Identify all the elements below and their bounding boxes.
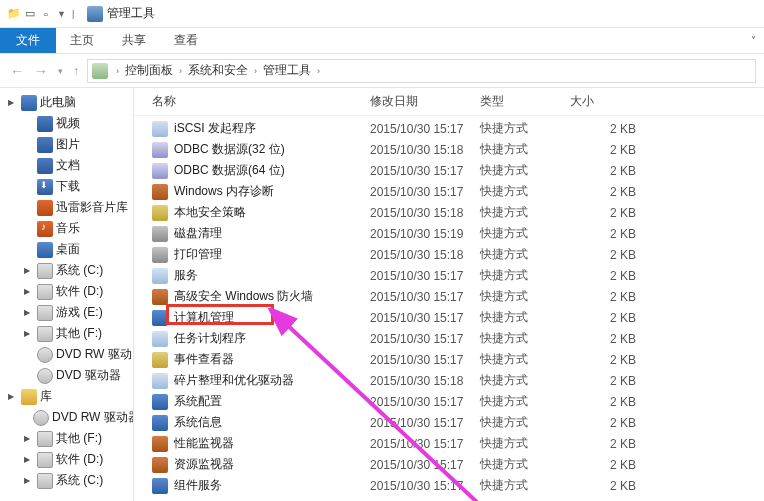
- new-folder-icon[interactable]: ▫: [38, 6, 54, 22]
- file-name: 系统配置: [174, 393, 222, 410]
- file-date: 2015/10/30 15:17: [370, 353, 480, 367]
- nav-item[interactable]: ▶其他 (F:): [0, 428, 133, 449]
- file-row[interactable]: 磁盘清理2015/10/30 15:19快捷方式2 KB: [134, 223, 764, 244]
- file-type: 快捷方式: [480, 351, 570, 368]
- file-row[interactable]: ODBC 数据源(64 位)2015/10/30 15:17快捷方式2 KB: [134, 160, 764, 181]
- column-size[interactable]: 大小: [570, 93, 650, 110]
- ribbon-tab[interactable]: 主页: [56, 28, 108, 53]
- nav-item[interactable]: ▶图片: [0, 134, 133, 155]
- file-row[interactable]: 系统配置2015/10/30 15:17快捷方式2 KB: [134, 391, 764, 412]
- file-row[interactable]: 高级安全 Windows 防火墙2015/10/30 15:17快捷方式2 KB: [134, 286, 764, 307]
- nav-back-icon[interactable]: ←: [8, 63, 26, 79]
- file-row[interactable]: iSCSI 发起程序2015/10/30 15:17快捷方式2 KB: [134, 118, 764, 139]
- file-row[interactable]: 系统信息2015/10/30 15:17快捷方式2 KB: [134, 412, 764, 433]
- nav-item[interactable]: ▶音乐: [0, 218, 133, 239]
- nav-item[interactable]: ▶软件 (D:): [0, 449, 133, 470]
- nav-forward-icon[interactable]: →: [32, 63, 50, 79]
- nav-item[interactable]: ▶DVD RW 驱动器: [0, 407, 133, 428]
- nav-item-label: 图片: [56, 136, 80, 153]
- properties-icon[interactable]: ▭: [22, 6, 38, 22]
- expand-icon[interactable]: ▶: [24, 434, 34, 443]
- file-row[interactable]: ODBC 数据源(32 位)2015/10/30 15:18快捷方式2 KB: [134, 139, 764, 160]
- file-size: 2 KB: [570, 206, 650, 220]
- ribbon-tab[interactable]: 共享: [108, 28, 160, 53]
- column-date[interactable]: 修改日期: [370, 93, 480, 110]
- file-date: 2015/10/30 15:17: [370, 416, 480, 430]
- shortcut-icon: [152, 226, 168, 242]
- nav-item[interactable]: ▶库: [0, 386, 133, 407]
- file-row[interactable]: 计算机管理2015/10/30 15:17快捷方式2 KB: [134, 307, 764, 328]
- file-row[interactable]: 事件查看器2015/10/30 15:17快捷方式2 KB: [134, 349, 764, 370]
- picture-icon: [37, 137, 53, 153]
- shortcut-icon: [152, 457, 168, 473]
- file-type: 快捷方式: [480, 288, 570, 305]
- nav-item[interactable]: ▶DVD 驱动器: [0, 365, 133, 386]
- nav-item[interactable]: ▶迅雷影音片库: [0, 197, 133, 218]
- breadcrumb-part[interactable]: 系统和安全: [188, 62, 248, 79]
- file-row[interactable]: 本地安全策略2015/10/30 15:18快捷方式2 KB: [134, 202, 764, 223]
- expand-icon[interactable]: ▶: [24, 329, 34, 338]
- breadcrumb-part[interactable]: 管理工具: [263, 62, 311, 79]
- nav-item[interactable]: ▶系统 (C:): [0, 260, 133, 281]
- file-row[interactable]: 碎片整理和优化驱动器2015/10/30 15:18快捷方式2 KB: [134, 370, 764, 391]
- nav-item-label: 游戏 (E:): [56, 304, 103, 321]
- file-row[interactable]: 性能监视器2015/10/30 15:17快捷方式2 KB: [134, 433, 764, 454]
- nav-item[interactable]: ▶DVD RW 驱动: [0, 344, 133, 365]
- column-headers[interactable]: 名称 修改日期 类型 大小: [134, 88, 764, 116]
- drive-icon: [37, 473, 53, 489]
- nav-item[interactable]: ▶系统 (C:): [0, 470, 133, 491]
- shortcut-icon: [152, 415, 168, 431]
- expand-icon[interactable]: ▶: [24, 266, 34, 275]
- file-name: 磁盘清理: [174, 225, 222, 242]
- chevron-right-icon[interactable]: ›: [112, 66, 123, 76]
- nav-item-label: 桌面: [56, 241, 80, 258]
- nav-item[interactable]: ▶文档: [0, 155, 133, 176]
- file-row[interactable]: 打印管理2015/10/30 15:18快捷方式2 KB: [134, 244, 764, 265]
- expand-icon[interactable]: ▶: [8, 98, 18, 107]
- title-bar: 📁 ▭ ▫ ▼ | 管理工具: [0, 0, 764, 28]
- nav-item[interactable]: ▶视频: [0, 113, 133, 134]
- column-name[interactable]: 名称: [134, 93, 370, 110]
- breadcrumb-root-icon[interactable]: [92, 63, 108, 79]
- file-name: 性能监视器: [174, 435, 234, 452]
- nav-item[interactable]: ▶软件 (D:): [0, 281, 133, 302]
- chevron-right-icon[interactable]: ›: [250, 66, 261, 76]
- ribbon-tab-file[interactable]: 文件: [0, 28, 56, 53]
- ribbon-tab[interactable]: 查看: [160, 28, 212, 53]
- nav-item[interactable]: ▶游戏 (E:): [0, 302, 133, 323]
- file-row[interactable]: 组件服务2015/10/30 15:17快捷方式2 KB: [134, 475, 764, 496]
- file-size: 2 KB: [570, 374, 650, 388]
- breadcrumb-part[interactable]: 控制面板: [125, 62, 173, 79]
- expand-icon[interactable]: ▶: [8, 392, 18, 401]
- file-row[interactable]: Windows 内存诊断2015/10/30 15:17快捷方式2 KB: [134, 181, 764, 202]
- breadcrumb[interactable]: › 控制面板 › 系统和安全 › 管理工具 ›: [87, 59, 756, 83]
- chevron-right-icon[interactable]: ›: [175, 66, 186, 76]
- expand-icon[interactable]: ▶: [24, 308, 34, 317]
- nav-item-label: DVD RW 驱动: [56, 346, 132, 363]
- file-row[interactable]: 资源监视器2015/10/30 15:17快捷方式2 KB: [134, 454, 764, 475]
- file-date: 2015/10/30 15:17: [370, 311, 480, 325]
- file-name: 打印管理: [174, 246, 222, 263]
- file-date: 2015/10/30 15:17: [370, 185, 480, 199]
- expand-icon[interactable]: ▶: [24, 455, 34, 464]
- file-size: 2 KB: [570, 458, 650, 472]
- expand-icon[interactable]: ▶: [24, 476, 34, 485]
- file-date: 2015/10/30 15:17: [370, 458, 480, 472]
- navigation-pane[interactable]: ▶此电脑▶视频▶图片▶文档▶下载▶迅雷影音片库▶音乐▶桌面▶系统 (C:)▶软件…: [0, 88, 134, 501]
- ribbon-expand-icon[interactable]: ˅: [743, 28, 764, 53]
- nav-item[interactable]: ▶下载: [0, 176, 133, 197]
- chevron-right-icon[interactable]: ›: [313, 66, 324, 76]
- nav-item[interactable]: ▶桌面: [0, 239, 133, 260]
- qat-dropdown-icon[interactable]: ▼: [54, 9, 69, 19]
- nav-item-label: 此电脑: [40, 94, 76, 111]
- nav-item[interactable]: ▶其他 (F:): [0, 323, 133, 344]
- nav-up-icon[interactable]: ↑: [71, 64, 81, 78]
- nav-item[interactable]: ▶此电脑: [0, 92, 133, 113]
- column-type[interactable]: 类型: [480, 93, 570, 110]
- nav-recent-icon[interactable]: ▾: [56, 66, 65, 76]
- file-row[interactable]: 服务2015/10/30 15:17快捷方式2 KB: [134, 265, 764, 286]
- expand-icon[interactable]: ▶: [24, 287, 34, 296]
- file-row[interactable]: 任务计划程序2015/10/30 15:17快捷方式2 KB: [134, 328, 764, 349]
- file-name: 计算机管理: [174, 309, 234, 326]
- shortcut-icon: [152, 142, 168, 158]
